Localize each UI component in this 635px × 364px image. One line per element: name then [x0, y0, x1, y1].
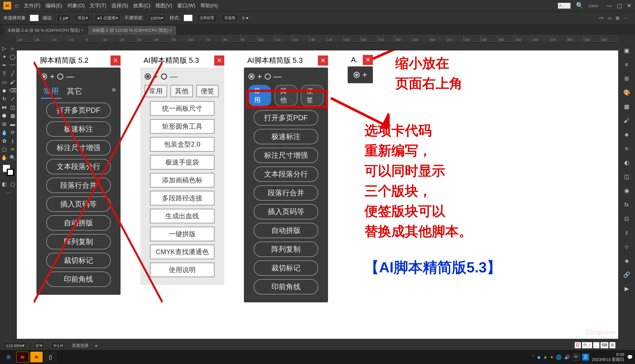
- script-button[interactable]: 多段路径连接: [150, 191, 214, 205]
- eraser-tool-icon[interactable]: ⌫: [8, 86, 17, 95]
- layers-panel-icon[interactable]: ≡: [622, 59, 632, 69]
- stroke-weight[interactable]: 1 pt ▾: [57, 14, 71, 22]
- illustrator-taskbar-icon-active[interactable]: Ai: [30, 352, 43, 362]
- tray-up-icon[interactable]: ˄: [532, 354, 534, 360]
- stroke-color[interactable]: [7, 169, 14, 176]
- app-taskbar-icon[interactable]: {}: [44, 352, 57, 362]
- edit-toolbar-icon[interactable]: ⋯: [0, 188, 17, 197]
- rotate-value[interactable]: 0° ▾: [33, 342, 45, 349]
- hand-tool-icon[interactable]: ✋: [0, 154, 8, 162]
- free-transform-icon[interactable]: ◫: [8, 103, 17, 112]
- script-button[interactable]: 标注尺寸增强: [46, 140, 111, 156]
- tab-close-icon[interactable]: ×: [170, 28, 172, 33]
- fill-swatch[interactable]: [30, 15, 39, 21]
- panel-toggle-icon[interactable]: ▭: [608, 15, 612, 21]
- script-button[interactable]: 极速手提袋: [150, 155, 214, 170]
- script-button[interactable]: 添加画稿色标: [150, 173, 214, 187]
- menu-file[interactable]: 文件(F): [24, 2, 40, 9]
- script-button[interactable]: 段落行合并: [46, 178, 111, 193]
- rotate-tool-icon[interactable]: ↻: [0, 95, 8, 103]
- more-icon[interactable]: ⋯: [623, 15, 628, 21]
- script-button[interactable]: 生成出血线: [150, 209, 214, 223]
- blend-tool-icon[interactable]: ⟳: [8, 128, 17, 137]
- menu-view[interactable]: 视图(V): [155, 2, 172, 9]
- script-button[interactable]: 标注尺寸增强: [254, 148, 318, 163]
- script-button[interactable]: 阵列复制: [254, 242, 318, 257]
- menu-effect[interactable]: 效果(C): [133, 2, 150, 9]
- radio-icon[interactable]: [161, 73, 167, 80]
- prefs-button[interactable]: 首选项: [221, 14, 238, 22]
- swatches-panel-icon[interactable]: ▦: [622, 101, 632, 112]
- search-icon[interactable]: 🔍: [576, 2, 583, 9]
- close-button[interactable]: ✕: [110, 55, 121, 66]
- type-tool-icon[interactable]: T: [0, 69, 8, 78]
- script-button[interactable]: 文本段落分行: [46, 159, 111, 174]
- script-button[interactable]: 包装盒型2.0: [150, 137, 214, 152]
- clock[interactable]: 9:06 2023/8/13 星期日: [592, 352, 624, 362]
- zoom-tool-icon[interactable]: 🔍: [8, 154, 17, 162]
- brushes-panel-icon[interactable]: 🖌: [622, 115, 632, 126]
- radio-checked-icon[interactable]: [248, 73, 255, 80]
- mesh-tool-icon[interactable]: ⊞: [0, 120, 8, 128]
- ime-lang-icon[interactable]: 五: [582, 354, 589, 361]
- ime-punct-icon[interactable]: ，: [593, 342, 599, 348]
- script-button[interactable]: 打开多页PDF: [254, 110, 318, 126]
- scale-tool-icon[interactable]: ⤢: [8, 95, 17, 103]
- curvature-icon[interactable]: 〰: [8, 61, 17, 69]
- tab-close-icon[interactable]: ×: [81, 28, 84, 33]
- menu-text[interactable]: 文字(T): [90, 2, 106, 9]
- layout-icon[interactable]: ▭▭: [588, 3, 598, 9]
- ellipse-icon[interactable]: ○+: [598, 15, 604, 21]
- libraries-panel-icon[interactable]: ⊞: [622, 73, 632, 84]
- tray-app-icon[interactable]: ▲: [543, 354, 548, 360]
- stroke-panel-icon[interactable]: ≡: [622, 143, 632, 154]
- top-mini-input[interactable]: [557, 2, 571, 9]
- close-button[interactable]: ✕: [214, 55, 224, 66]
- properties-panel-icon[interactable]: ▣: [622, 45, 632, 55]
- script-button[interactable]: 矩形圆角工具: [150, 119, 214, 134]
- zoom-level[interactable]: 110.65% ▾: [3, 342, 27, 349]
- artboard-nav[interactable]: ⊳ 1 ⊲: [51, 342, 66, 349]
- tray-app-icon[interactable]: ◆: [537, 354, 541, 360]
- script-button[interactable]: 印前角线: [46, 272, 111, 287]
- actions-panel-icon[interactable]: ▶: [622, 284, 632, 294]
- tab-notes[interactable]: 便签: [196, 85, 219, 97]
- volume-icon[interactable]: 🔊: [564, 354, 570, 360]
- color-panel-icon[interactable]: 🎨: [622, 87, 632, 98]
- script-button[interactable]: 自动拼版: [254, 223, 318, 238]
- radio-icon[interactable]: [265, 73, 271, 80]
- tab-other[interactable]: 其他: [170, 85, 193, 97]
- perspective-icon[interactable]: ▦: [8, 112, 17, 120]
- script-button[interactable]: 自动拼版: [46, 215, 111, 231]
- doc-setup-button[interactable]: 文档设置: [197, 14, 217, 22]
- tray-app-icon[interactable]: ●: [550, 354, 553, 360]
- artboard-tool-icon[interactable]: ▢: [0, 145, 8, 154]
- script-button[interactable]: 裁切标记: [254, 260, 318, 276]
- transform-panel-icon[interactable]: ⊹: [622, 242, 632, 252]
- shaper-tool-icon[interactable]: ◆: [0, 86, 8, 95]
- eyedropper-icon[interactable]: 💧: [0, 128, 8, 137]
- align-icon[interactable]: ⊩▾: [242, 15, 248, 21]
- menu-edit[interactable]: 编辑(E): [45, 2, 62, 9]
- navigator-panel-icon[interactable]: ⊡: [622, 214, 632, 224]
- ime-settings-icon[interactable]: ⚙: [609, 342, 615, 348]
- opacity-value[interactable]: 100% ▾: [148, 14, 166, 22]
- close-button[interactable]: ✕: [318, 55, 328, 66]
- style-swatch[interactable]: [184, 15, 193, 21]
- align-panel-icon[interactable]: ⫴: [622, 228, 632, 238]
- doc-tab-2[interactable]: 未标题-2 @ 110.65 % (CMYK/CPU 预览) ×: [88, 26, 176, 35]
- radio-checked-icon[interactable]: [41, 73, 47, 80]
- gradient-tool-icon[interactable]: ▬: [8, 120, 17, 128]
- network-icon[interactable]: 🌐: [556, 354, 562, 360]
- lasso-icon[interactable]: ◯: [8, 53, 17, 61]
- direct-selection-tool-icon[interactable]: ▹: [8, 44, 17, 53]
- script-button[interactable]: 极速标注: [254, 129, 318, 144]
- language-icon[interactable]: 中: [573, 354, 579, 361]
- script-button[interactable]: 打开多页PDF: [46, 103, 111, 118]
- line-tool-icon[interactable]: ╱: [8, 69, 17, 78]
- graph-tool-icon[interactable]: ⫿: [8, 137, 17, 145]
- home-icon[interactable]: ⌂: [15, 2, 18, 9]
- script-button[interactable]: 阵列复制: [46, 234, 111, 249]
- illustrator-taskbar-icon[interactable]: Ai: [16, 352, 29, 362]
- minimize-icon[interactable]: —: [606, 3, 612, 9]
